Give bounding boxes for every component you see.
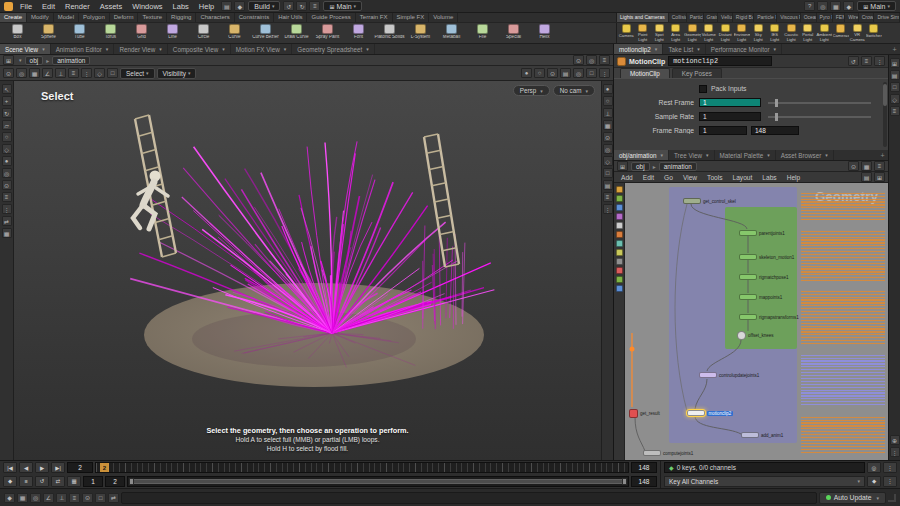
- pane-tab[interactable]: Performance Monitor▾: [706, 44, 782, 54]
- net-pin-icon[interactable]: ⊙: [848, 161, 859, 171]
- network-node-body[interactable]: [739, 230, 757, 236]
- range-handle-left[interactable]: [129, 478, 134, 485]
- pane-tab[interactable]: obj/animation▾: [614, 150, 669, 160]
- jump-start-button[interactable]: |◀: [3, 462, 17, 473]
- seam-tool-icon[interactable]: ≡: [2, 192, 12, 202]
- playback-range-slider[interactable]: [127, 476, 629, 487]
- shelf-tool[interactable]: Draw Curve: [281, 24, 312, 42]
- rest-frame-slider[interactable]: [768, 102, 871, 104]
- grid-display-icon[interactable]: ▦: [603, 120, 613, 130]
- shelf-tool[interactable]: Spot Light: [651, 24, 668, 42]
- shelf-tool[interactable]: Distant Light: [717, 24, 734, 42]
- shelf-tool[interactable]: Tube: [64, 24, 95, 42]
- network-badge-icon[interactable]: [616, 195, 623, 202]
- pane-tab[interactable]: motionclip2▾: [614, 44, 663, 54]
- network-node-body[interactable]: [739, 274, 757, 280]
- network-node[interactable]: rigmapstransforms1: [739, 313, 799, 321]
- shelf-tab[interactable]: Polygon: [79, 13, 110, 22]
- parameter-scrollbar[interactable]: [883, 82, 887, 147]
- parameter-tab[interactable]: Key Poses: [672, 68, 722, 78]
- layout-grid-icon[interactable]: ▦: [830, 1, 841, 11]
- keys-menu-icon[interactable]: ⋮: [883, 462, 897, 473]
- network-node[interactable]: add_anim1: [741, 431, 783, 439]
- desktop-dropdown[interactable]: Build▾: [248, 1, 280, 11]
- network-badge-icon[interactable]: [616, 267, 623, 274]
- lock-icon[interactable]: ◎: [586, 55, 597, 65]
- mirror-tool-icon[interactable]: ⇄: [2, 216, 12, 226]
- pane-tab[interactable]: Scene View▾: [0, 44, 51, 54]
- loop-button[interactable]: ↺: [35, 476, 49, 487]
- network-badge-icon[interactable]: [616, 213, 623, 220]
- timeline-ruler[interactable]: 2: [95, 462, 629, 473]
- resize-grip[interactable]: [888, 494, 896, 502]
- collapse-icon[interactable]: ⋮: [890, 447, 900, 457]
- shelf-tab[interactable]: Characters: [196, 13, 234, 22]
- pin-icon[interactable]: ⊙: [573, 55, 584, 65]
- keyall-menu-icon[interactable]: ⋮: [883, 476, 897, 487]
- hud-icon[interactable]: ▤: [603, 180, 613, 190]
- scope-button[interactable]: ≡: [19, 476, 33, 487]
- shelf-tab[interactable]: Terrain FX: [356, 13, 393, 22]
- pin-panel-icon[interactable]: ◇: [890, 94, 900, 104]
- shaded-view-icon[interactable]: ●: [521, 68, 532, 78]
- frame-range-end-field[interactable]: 148: [751, 126, 799, 135]
- network-badge-icon[interactable]: [616, 258, 623, 265]
- shelf-tab[interactable]: Particle Fluids: [754, 13, 777, 22]
- shelf-tool[interactable]: Curve: [219, 24, 250, 42]
- shelf-tool[interactable]: Portal Light: [800, 24, 817, 42]
- frame-range-start-field[interactable]: 1: [699, 126, 747, 135]
- network-node-body[interactable]: [629, 409, 638, 418]
- network-node-body[interactable]: [737, 331, 746, 340]
- shelf-tool[interactable]: Special: [498, 24, 529, 42]
- shelf-tool[interactable]: Helix: [529, 24, 560, 42]
- network-node-body[interactable]: [687, 410, 705, 416]
- key-options-icon[interactable]: ◆: [867, 476, 881, 487]
- network-badge-icon[interactable]: [616, 276, 623, 283]
- panel-icon[interactable]: ▤: [890, 70, 900, 80]
- network-badge-icon[interactable]: [616, 240, 623, 247]
- network-breadcrumb-root[interactable]: obj: [631, 162, 650, 171]
- gear-icon[interactable]: ≡: [861, 56, 872, 66]
- network-node[interactable]: rigmatchpose1: [739, 273, 789, 281]
- pane-tab[interactable]: Composite View▾: [168, 44, 231, 54]
- network-badge-icon[interactable]: [616, 249, 623, 256]
- shelf-tool[interactable]: Spray Paint: [312, 24, 343, 42]
- shelf-tool[interactable]: Cameras: [833, 24, 850, 42]
- shelf-tab[interactable]: Rigid Bodies: [733, 13, 754, 22]
- shading-icon[interactable]: ●: [603, 84, 613, 94]
- edit-tool-icon[interactable]: ◇: [2, 144, 12, 154]
- snap-normal-icon[interactable]: ⊥: [56, 493, 67, 503]
- new-pane-tab-button[interactable]: +: [889, 44, 900, 54]
- cloud-icon[interactable]: ◎: [817, 1, 828, 11]
- pose-tool-icon[interactable]: ○: [2, 132, 12, 142]
- breadcrumb-root[interactable]: obj: [25, 56, 44, 65]
- shelf-tool[interactable]: L-System: [405, 24, 436, 42]
- pane-tab[interactable]: Motion FX View▾: [231, 44, 293, 54]
- points-mode-icon[interactable]: ⋮: [81, 68, 92, 78]
- network-menu-item[interactable]: Tools: [703, 174, 726, 181]
- shelf-tool[interactable]: Curve Bezier: [250, 24, 281, 42]
- normal-snap-icon[interactable]: ⊥: [55, 68, 66, 78]
- shelf-tab[interactable]: Constraints: [235, 13, 274, 22]
- snapping-icon[interactable]: ⊙: [3, 68, 14, 78]
- shelf-tool[interactable]: Switcher: [866, 24, 883, 42]
- network-badge-icon[interactable]: [616, 285, 623, 292]
- network-node[interactable]: motionclip2: [687, 409, 733, 417]
- network-node-body[interactable]: [699, 372, 717, 378]
- camera-select-button[interactable]: No cam▾: [553, 85, 595, 96]
- misc-tool-icon[interactable]: ▦: [2, 228, 12, 238]
- network-menu-item[interactable]: Layout: [729, 174, 757, 181]
- shelf-tab[interactable]: Viscous Fluids: [777, 13, 800, 22]
- network-badge-icon[interactable]: [616, 204, 623, 211]
- main-menu-dropdown[interactable]: ⊞ Main▾: [323, 1, 362, 11]
- shelf-tab[interactable]: Model: [54, 13, 79, 22]
- wireframe-view-icon[interactable]: ○: [534, 68, 545, 78]
- sample-rate-field[interactable]: 1: [699, 112, 761, 121]
- auto-update-dropdown[interactable]: Auto Update ▾: [819, 492, 886, 504]
- network-editor-canvas[interactable]: Geometry: [625, 183, 888, 460]
- select-mode-dropdown[interactable]: Select▾: [120, 68, 155, 79]
- more-icon[interactable]: ⋮: [603, 204, 613, 214]
- shelf-tab[interactable]: Grains: [704, 13, 719, 22]
- breadcrumb-current[interactable]: animation: [52, 56, 90, 65]
- network-node-body[interactable]: [643, 450, 661, 456]
